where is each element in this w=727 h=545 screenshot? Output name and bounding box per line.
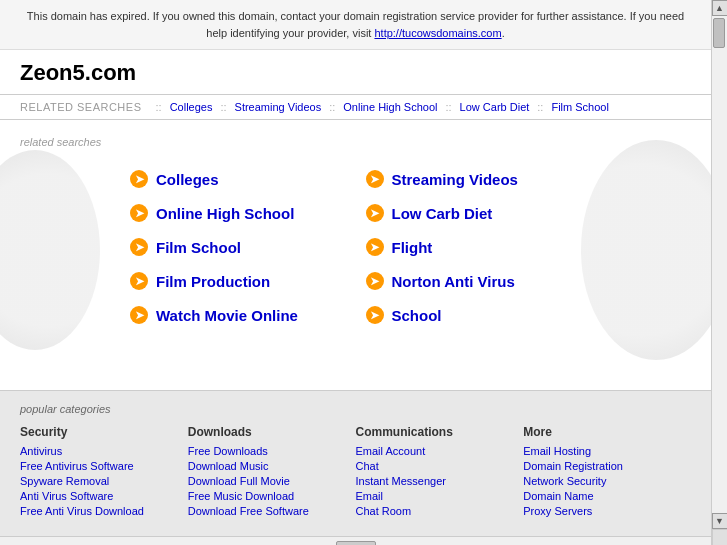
- related-bar-item-film-school[interactable]: Film School: [551, 101, 608, 113]
- search-link-online-high-school[interactable]: Online High School: [156, 205, 294, 222]
- cat-link-free-downloads[interactable]: Free Downloads: [188, 445, 356, 457]
- search-link-film-school[interactable]: Film School: [156, 239, 241, 256]
- arrow-icon: ➤: [130, 204, 148, 222]
- list-item: ➤ Streaming Videos: [356, 162, 592, 196]
- cat-link-domain-registration[interactable]: Domain Registration: [523, 460, 691, 472]
- related-searches-bar: RELATED SEARCHES :: Colleges :: Streamin…: [0, 94, 711, 120]
- search-link-norton-anti-virus[interactable]: Norton Anti Virus: [392, 273, 515, 290]
- arrow-icon: ➤: [366, 272, 384, 290]
- list-item: ➤ Film Production: [120, 264, 356, 298]
- scroll-thumb-vertical[interactable]: [713, 18, 725, 48]
- list-item: ➤ Watch Movie Online: [120, 298, 356, 332]
- cat-link-antivirus[interactable]: Antivirus: [20, 445, 188, 457]
- search-link-low-carb-diet[interactable]: Low Carb Diet: [392, 205, 493, 222]
- scroll-down-button[interactable]: ▼: [712, 513, 728, 529]
- category-col-downloads: Downloads Free Downloads Download Music …: [188, 425, 356, 520]
- cat-link-email[interactable]: Email: [356, 490, 524, 502]
- list-item: ➤ Flight: [356, 230, 592, 264]
- cat-link-anti-virus-software[interactable]: Anti Virus Software: [20, 490, 188, 502]
- deco-circle-right: [581, 140, 711, 360]
- list-item: ➤ School: [356, 298, 592, 332]
- arrow-icon: ➤: [130, 238, 148, 256]
- list-item: ➤ Low Carb Diet: [356, 196, 592, 230]
- cat-link-email-hosting[interactable]: Email Hosting: [523, 445, 691, 457]
- cat-link-download-music[interactable]: Download Music: [188, 460, 356, 472]
- vertical-scrollbar[interactable]: ▲ ▼: [711, 0, 727, 545]
- cat-link-chat-room[interactable]: Chat Room: [356, 505, 524, 517]
- category-col-security: Security Antivirus Free Antivirus Softwa…: [20, 425, 188, 520]
- search-link-flight[interactable]: Flight: [392, 239, 433, 256]
- category-title-communications: Communications: [356, 425, 524, 439]
- site-title: Zeon5.com: [0, 50, 711, 94]
- arrow-icon: ➤: [366, 306, 384, 324]
- search-grid: ➤ Colleges ➤ Streaming Videos ➤ Online H…: [120, 162, 591, 332]
- categories-grid: Security Antivirus Free Antivirus Softwa…: [20, 425, 691, 520]
- notice-bar: This domain has expired. If you owned th…: [0, 0, 711, 50]
- cat-link-domain-name[interactable]: Domain Name: [523, 490, 691, 502]
- category-title-more: More: [523, 425, 691, 439]
- category-title-security: Security: [20, 425, 188, 439]
- popular-section-label: popular categories: [20, 403, 691, 415]
- popular-section: popular categories Security Antivirus Fr…: [0, 390, 711, 536]
- category-col-more: More Email Hosting Domain Registration N…: [523, 425, 691, 520]
- cat-link-proxy-servers[interactable]: Proxy Servers: [523, 505, 691, 517]
- cat-link-chat[interactable]: Chat: [356, 460, 524, 472]
- search-area: related searches ➤ Colleges ➤ Streaming …: [0, 120, 711, 380]
- horizontal-scrollbar[interactable]: [0, 536, 711, 545]
- category-col-communications: Communications Email Account Chat Instan…: [356, 425, 524, 520]
- scroll-track: [712, 16, 727, 513]
- arrow-icon: ➤: [366, 204, 384, 222]
- cat-link-instant-messenger[interactable]: Instant Messenger: [356, 475, 524, 487]
- arrow-icon: ➤: [366, 238, 384, 256]
- arrow-icon: ➤: [130, 306, 148, 324]
- cat-link-spyware-removal[interactable]: Spyware Removal: [20, 475, 188, 487]
- list-item: ➤ Film School: [120, 230, 356, 264]
- related-bar-item-online-high-school[interactable]: Online High School: [343, 101, 437, 113]
- deco-circle-left: [0, 150, 100, 350]
- list-item: ➤ Norton Anti Virus: [356, 264, 592, 298]
- list-item: ➤ Online High School: [120, 196, 356, 230]
- search-link-watch-movie-online[interactable]: Watch Movie Online: [156, 307, 298, 324]
- scroll-corner: [712, 529, 728, 545]
- notice-link[interactable]: http://tucowsdomains.com: [374, 27, 501, 39]
- list-item: ➤ Colleges: [120, 162, 356, 196]
- related-bar-item-streaming[interactable]: Streaming Videos: [235, 101, 322, 113]
- arrow-icon: ➤: [366, 170, 384, 188]
- search-section-label: related searches: [20, 136, 691, 148]
- scroll-up-button[interactable]: ▲: [712, 0, 728, 16]
- scrollbar-thumb-horizontal[interactable]: [336, 541, 376, 546]
- search-link-film-production[interactable]: Film Production: [156, 273, 270, 290]
- search-link-colleges[interactable]: Colleges: [156, 171, 219, 188]
- arrow-icon: ➤: [130, 272, 148, 290]
- cat-link-network-security[interactable]: Network Security: [523, 475, 691, 487]
- cat-link-email-account[interactable]: Email Account: [356, 445, 524, 457]
- cat-link-download-free-software[interactable]: Download Free Software: [188, 505, 356, 517]
- related-bar-item-low-carb[interactable]: Low Carb Diet: [460, 101, 530, 113]
- arrow-icon: ➤: [130, 170, 148, 188]
- cat-link-free-music-download[interactable]: Free Music Download: [188, 490, 356, 502]
- notice-text: This domain has expired. If you owned th…: [27, 10, 684, 39]
- category-title-downloads: Downloads: [188, 425, 356, 439]
- cat-link-free-antivirus-software[interactable]: Free Antivirus Software: [20, 460, 188, 472]
- related-bar-item-colleges[interactable]: Colleges: [170, 101, 213, 113]
- search-link-streaming-videos[interactable]: Streaming Videos: [392, 171, 518, 188]
- cat-link-download-full-movie[interactable]: Download Full Movie: [188, 475, 356, 487]
- cat-link-free-anti-virus-download[interactable]: Free Anti Virus Download: [20, 505, 188, 517]
- search-link-school[interactable]: School: [392, 307, 442, 324]
- related-bar-label: RELATED SEARCHES: [20, 101, 142, 113]
